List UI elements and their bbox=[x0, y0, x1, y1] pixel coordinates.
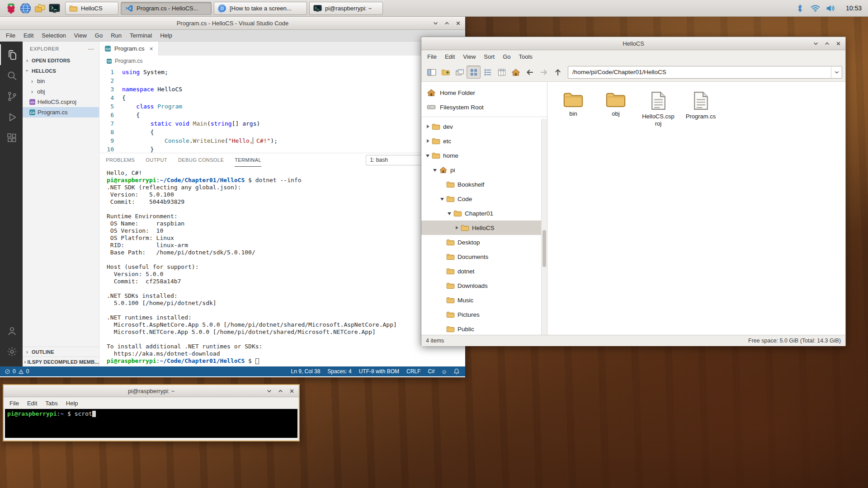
maximize-button[interactable] bbox=[824, 41, 830, 47]
toolbar-compact-view-button[interactable] bbox=[481, 66, 495, 79]
taskbar-task[interactable]: [How to take a screen... bbox=[214, 2, 307, 15]
expander-open-icon[interactable] bbox=[439, 196, 445, 202]
toolbar-new-window-button[interactable] bbox=[453, 66, 467, 79]
minimize-button[interactable] bbox=[433, 20, 439, 26]
minimize-button[interactable] bbox=[266, 388, 272, 394]
activity-source-control[interactable] bbox=[0, 86, 23, 107]
ilspy-section[interactable]: › ILSPY DECOMPILED MEMB... bbox=[23, 357, 99, 366]
explorer-item-hellocs.csproj[interactable]: </>HelloCS.csproj bbox=[23, 97, 99, 107]
explorer-item-obj[interactable]: ›obj bbox=[23, 86, 99, 97]
fm-tree-documents[interactable]: Documents bbox=[421, 249, 547, 264]
fm-tree-public[interactable]: Public bbox=[421, 322, 547, 335]
fm-menu-sort[interactable]: Sort bbox=[480, 52, 499, 62]
panel-tab-problems[interactable]: PROBLEMS bbox=[106, 153, 135, 167]
expander-open-icon[interactable] bbox=[432, 167, 438, 173]
terminal-menu-edit[interactable]: Edit bbox=[23, 398, 41, 408]
vscode-menu-run[interactable]: Run bbox=[107, 30, 126, 41]
fm-tree-etc[interactable]: etc bbox=[421, 134, 547, 148]
fm-menu-edit[interactable]: Edit bbox=[441, 52, 459, 62]
bluetooth-icon[interactable] bbox=[795, 4, 805, 13]
tab-close-icon[interactable]: × bbox=[149, 45, 153, 52]
launcher-menu[interactable] bbox=[4, 1, 18, 15]
explorer-item-bin[interactable]: ›bin bbox=[23, 76, 99, 86]
volume-icon[interactable] bbox=[826, 4, 835, 13]
vscode-menu-edit[interactable]: Edit bbox=[19, 30, 38, 41]
scrollbar-thumb[interactable] bbox=[542, 230, 546, 267]
maximize-button[interactable] bbox=[278, 388, 283, 394]
terminal-menu-file[interactable]: File bbox=[5, 398, 23, 408]
activity-extensions[interactable] bbox=[0, 127, 23, 148]
terminal-menu-tabs[interactable]: Tabs bbox=[41, 398, 61, 408]
place-home-folder[interactable]: Home Folder bbox=[421, 85, 547, 100]
toolbar-new-tab-button[interactable] bbox=[439, 66, 453, 79]
fm-tree-dev[interactable]: dev bbox=[421, 119, 547, 134]
fm-tree-chapter01[interactable]: Chapter01 bbox=[421, 206, 547, 221]
notifications-bell-icon[interactable] bbox=[453, 368, 460, 375]
path-text[interactable]: /home/pi/Code/Chapter01/HelloCS bbox=[568, 69, 831, 75]
path-bar[interactable]: /home/pi/Code/Chapter01/HelloCS bbox=[568, 66, 842, 79]
fm-file-hellocs.csproj[interactable]: HelloCS.csp roj bbox=[637, 91, 679, 127]
status-problems[interactable]: 0 0 bbox=[0, 368, 29, 375]
vscode-menu-go[interactable]: Go bbox=[91, 30, 107, 41]
fm-menu-file[interactable]: File bbox=[423, 52, 441, 62]
vscode-menu-view[interactable]: View bbox=[70, 30, 91, 41]
toolbar-side-pane-button[interactable] bbox=[425, 66, 439, 79]
clock[interactable]: 10:53 bbox=[846, 5, 862, 12]
fm-file-bin[interactable]: bin bbox=[552, 91, 594, 127]
taskbar-task[interactable]: Program.cs - HelloCS... bbox=[121, 2, 212, 15]
vscode-titlebar[interactable]: Program.cs - HelloCS - Visual Studio Cod… bbox=[0, 17, 465, 30]
expander-open-icon[interactable] bbox=[447, 211, 453, 216]
fm-tree-code[interactable]: Code bbox=[421, 192, 547, 206]
launcher-file-manager[interactable] bbox=[33, 1, 47, 15]
panel-tab-terminal[interactable]: TERMINAL bbox=[235, 153, 261, 167]
integrated-terminal[interactable]: Hello, C#!pi@raspberrypi:~/Code/Chapter0… bbox=[99, 167, 465, 366]
place-filesystem-root[interactable]: Filesystem Root bbox=[421, 100, 547, 114]
vscode-menu-file[interactable]: File bbox=[2, 30, 19, 41]
open-editors-section[interactable]: › OPEN EDITORS bbox=[23, 55, 99, 66]
status-c-[interactable]: C# bbox=[428, 368, 434, 375]
expander-closed-icon[interactable] bbox=[454, 225, 460, 231]
terminal-menu-help[interactable]: Help bbox=[62, 398, 82, 408]
path-dropdown-button[interactable] bbox=[831, 66, 842, 78]
toolbar-icon-view-button[interactable] bbox=[467, 66, 481, 79]
activity-explorer[interactable] bbox=[0, 44, 23, 65]
panel-tab-output[interactable]: OUTPUT bbox=[146, 153, 167, 167]
tab-program-cs[interactable]: C# Program.cs × bbox=[99, 42, 159, 56]
fm-tree-pi[interactable]: pi bbox=[421, 163, 547, 177]
fm-tree-pictures[interactable]: Pictures bbox=[421, 307, 547, 322]
explorer-item-program.cs[interactable]: C#Program.cs bbox=[23, 107, 99, 117]
fm-menu-tools[interactable]: Tools bbox=[515, 52, 537, 62]
activity-run-debug[interactable] bbox=[0, 107, 23, 127]
fm-menu-view[interactable]: View bbox=[459, 52, 480, 62]
panel-tab-debug-console[interactable]: DEBUG CONSOLE bbox=[178, 153, 224, 167]
fm-file-program.cs[interactable]: Program.cs bbox=[679, 91, 722, 127]
maximize-button[interactable] bbox=[444, 20, 450, 26]
project-section[interactable]: › HELLOCS bbox=[23, 66, 99, 76]
status-ln-9-col-38[interactable]: Ln 9, Col 38 bbox=[291, 368, 321, 375]
activity-settings[interactable] bbox=[0, 341, 23, 362]
close-button[interactable] bbox=[455, 20, 461, 26]
fm-titlebar[interactable]: HelloCS bbox=[421, 37, 845, 50]
fm-tree-dotnet[interactable]: dotnet bbox=[421, 264, 547, 278]
status-spaces-4[interactable]: Spaces: 4 bbox=[327, 368, 351, 375]
vscode-menu-selection[interactable]: Selection bbox=[38, 30, 70, 41]
taskbar-task[interactable]: HelloCS bbox=[65, 2, 118, 15]
toolbar-forward-button[interactable] bbox=[537, 66, 551, 79]
expander-open-icon[interactable] bbox=[425, 153, 431, 159]
terminal-console[interactable]: pi@raspberrypi:~ $ scrot bbox=[5, 409, 297, 438]
fm-tree-bookshelf[interactable]: Bookshelf bbox=[421, 177, 547, 192]
outline-section[interactable]: › OUTLINE bbox=[23, 347, 99, 357]
toolbar-up-button[interactable] bbox=[551, 66, 565, 79]
explorer-more-icon[interactable]: ⋯ bbox=[88, 45, 94, 52]
wifi-icon[interactable] bbox=[811, 4, 820, 13]
expander-closed-icon[interactable] bbox=[425, 138, 431, 144]
activity-account[interactable] bbox=[0, 320, 23, 341]
terminal-titlebar[interactable]: pi@raspberrypi: ~ bbox=[4, 385, 299, 397]
vscode-menu-help[interactable]: Help bbox=[156, 30, 176, 41]
status-utf-8-with-bom[interactable]: UTF-8 with BOM bbox=[359, 368, 399, 375]
toolbar-detailed-view-button[interactable] bbox=[495, 66, 509, 79]
fm-tree-downloads[interactable]: Downloads bbox=[421, 278, 547, 293]
close-button[interactable] bbox=[835, 41, 841, 47]
expander-closed-icon[interactable] bbox=[425, 124, 431, 130]
breadcrumb[interactable]: C# Program.cs bbox=[99, 56, 465, 66]
